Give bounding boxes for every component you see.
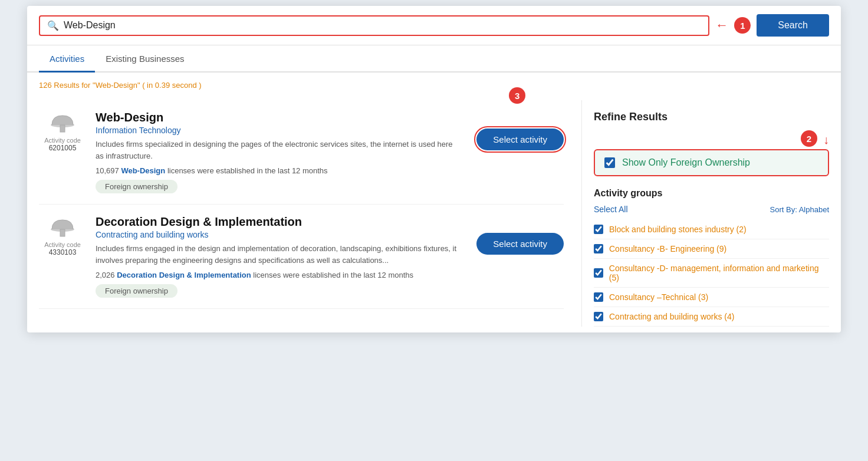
result-licenses-1: 10,697 Web-Design licenses were establis… bbox=[96, 166, 461, 175]
group-label-0: Block and building stones industry (2) bbox=[609, 225, 747, 234]
result-item-1: Activity code 6201005 Web-Design Informa… bbox=[39, 100, 564, 205]
result-category-1: Information Technology bbox=[96, 126, 461, 135]
group-checkbox-2[interactable] bbox=[594, 268, 603, 278]
result-desc-2: Includes firms engaged in the design and… bbox=[96, 243, 461, 266]
select-btn-wrapper-1: 3 Select activity bbox=[471, 111, 564, 150]
arrow-right-icon: ← bbox=[715, 18, 728, 33]
results-count: 126 Results for "Web-Design" ( in 0.39 s… bbox=[27, 73, 841, 94]
foreign-ownership-filter[interactable]: Show Only Foreign Ownership bbox=[594, 149, 829, 176]
group-checkbox-0[interactable] bbox=[594, 225, 603, 234]
group-item-3: Consultancy –Technical (3) bbox=[594, 288, 829, 307]
result-licenses-2: 2,026 Decoration Design & Implementation… bbox=[96, 271, 461, 279]
group-item-0: Block and building stones industry (2) bbox=[594, 220, 829, 239]
modal-overlay: 🔍 ← 1 Search Activities Existing Busines… bbox=[27, 6, 841, 332]
main-content: Activity code 6201005 Web-Design Informa… bbox=[27, 94, 841, 332]
result-title-1: Web-Design bbox=[96, 111, 461, 124]
dome-svg-2 bbox=[50, 218, 75, 239]
search-bar: 🔍 ← 1 Search bbox=[27, 6, 841, 45]
tab-existing-businesses[interactable]: Existing Businesses bbox=[95, 45, 195, 73]
group-label-2: Consultancy -D- management, information … bbox=[609, 264, 829, 282]
refine-title: Refine Results bbox=[594, 100, 829, 123]
activity-icon-1: Activity code 6201005 bbox=[39, 111, 86, 152]
annotation-badge-2: 2 bbox=[801, 130, 817, 147]
annotation-2-container: 2 ↓ bbox=[594, 130, 829, 147]
search-input-wrapper: 🔍 bbox=[39, 15, 709, 36]
licenses-suffix-1: licenses were established in the last 12… bbox=[165, 166, 327, 175]
results-list: Activity code 6201005 Web-Design Informa… bbox=[39, 100, 581, 327]
licenses-text-2: 2,026 bbox=[96, 271, 117, 279]
select-activity-button-2[interactable]: Select activity bbox=[476, 233, 564, 255]
result-desc-1: Includes firms specialized in designing … bbox=[96, 139, 461, 162]
groups-header: Select All Sort By: Alphabet bbox=[594, 205, 829, 214]
arrow-down-icon: ↓ bbox=[823, 133, 829, 147]
tab-activities[interactable]: Activities bbox=[39, 45, 95, 73]
group-checkbox-3[interactable] bbox=[594, 292, 603, 302]
dome-svg-1 bbox=[50, 113, 75, 134]
select-activity-button-1[interactable]: Select activity bbox=[476, 129, 564, 150]
group-checkbox-4[interactable] bbox=[594, 312, 603, 321]
search-icon: 🔍 bbox=[47, 20, 59, 31]
activity-code-number-1: 6201005 bbox=[49, 144, 77, 152]
group-item-1: Consultancy -B- Engineering (9) bbox=[594, 239, 829, 259]
svg-rect-3 bbox=[60, 229, 65, 236]
result-body-1: Web-Design Information Technology Includ… bbox=[96, 111, 461, 193]
licenses-text-1: 10,697 bbox=[96, 166, 121, 175]
select-all-label[interactable]: Select All bbox=[594, 205, 628, 214]
group-label-3: Consultancy –Technical (3) bbox=[609, 292, 708, 302]
foreign-ownership-checkbox[interactable] bbox=[604, 157, 615, 168]
licenses-suffix-2: licenses were established in the last 12… bbox=[251, 271, 413, 279]
search-input[interactable] bbox=[64, 20, 701, 31]
tabs-container: Activities Existing Businesses bbox=[27, 45, 841, 73]
foreign-ownership-label: Show Only Foreign Ownership bbox=[622, 157, 750, 168]
activity-icon-2: Activity code 4330103 bbox=[39, 215, 86, 256]
group-checkbox-1[interactable] bbox=[594, 244, 603, 253]
licenses-bold-2: Decoration Design & Implementation bbox=[117, 271, 251, 279]
activity-code-label-1: Activity code bbox=[44, 137, 81, 144]
foreign-badge-1: Foreign ownership bbox=[96, 180, 177, 193]
result-item-2: Activity code 4330103 Decoration Design … bbox=[39, 205, 564, 309]
search-button[interactable]: Search bbox=[757, 14, 829, 37]
group-item-2: Consultancy -D- management, information … bbox=[594, 259, 829, 288]
foreign-badge-2: Foreign ownership bbox=[96, 284, 177, 298]
svg-rect-1 bbox=[60, 125, 65, 132]
result-title-2: Decoration Design & Implementation bbox=[96, 215, 461, 229]
activity-groups-title: Activity groups bbox=[594, 188, 829, 199]
licenses-bold-1: Web-Design bbox=[121, 166, 165, 175]
group-label-1: Consultancy -B- Engineering (9) bbox=[609, 244, 726, 253]
group-label-4: Contracting and building works (4) bbox=[609, 312, 734, 321]
result-category-2: Contracting and building works bbox=[96, 230, 461, 239]
sort-by-label[interactable]: Sort By: Alphabet bbox=[770, 205, 829, 214]
group-item-4: Contracting and building works (4) bbox=[594, 307, 829, 327]
right-panel: Refine Results 2 ↓ Show Only Foreign Own… bbox=[581, 100, 829, 327]
activity-code-label-2: Activity code bbox=[44, 241, 81, 248]
annotation-badge-3: 3 bbox=[509, 87, 525, 104]
result-body-2: Decoration Design & Implementation Contr… bbox=[96, 215, 461, 298]
annotation-badge-1: 1 bbox=[734, 17, 751, 34]
activity-code-number-2: 4330103 bbox=[49, 248, 77, 256]
